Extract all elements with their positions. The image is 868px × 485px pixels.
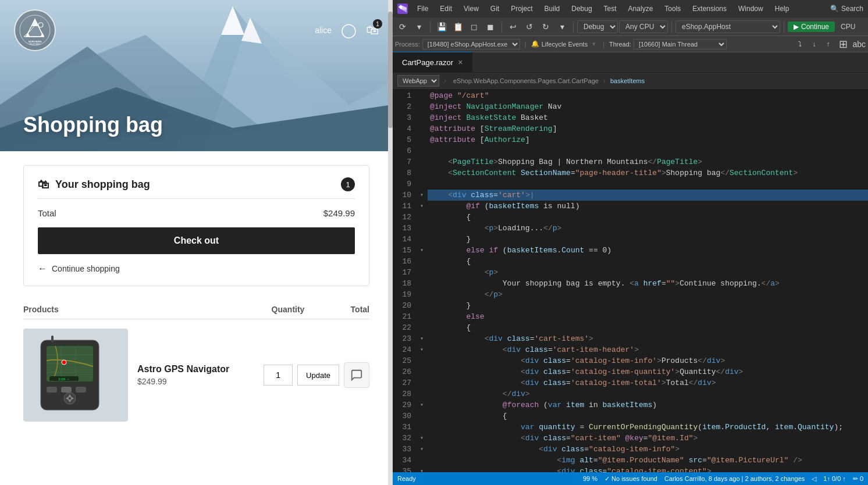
continue-label: Continue: [801, 23, 829, 31]
comment-button[interactable]: [344, 362, 369, 388]
code-line-19: </p>: [428, 289, 868, 300]
scroll-thumb[interactable]: [388, 12, 393, 128]
lifecycle-text[interactable]: Lifecycle Events: [542, 41, 588, 48]
vs-statusbar: Ready 99 % ✓ No issues found Carlos Carr…: [393, 472, 868, 485]
code-line-8: <SectionContent SectionName="page-header…: [428, 167, 868, 179]
check-icon: ✓: [604, 475, 610, 482]
menu-debug[interactable]: Debug: [567, 3, 596, 14]
process-dropdown[interactable]: [18480] eShop.AppHost.exe: [422, 39, 520, 49]
step-out-btn[interactable]: ↑: [821, 38, 834, 51]
statusbar-left: Ready: [397, 475, 416, 482]
search-icon: 🔍: [830, 5, 839, 13]
code-line-2: @inject NavigationManager Nav: [428, 101, 868, 112]
code-line-30: {: [428, 411, 868, 422]
abc-icon[interactable]: abc: [852, 40, 866, 49]
col-header-products: Products: [23, 305, 253, 314]
tab-cartpage[interactable]: CartPage.razor ×: [393, 52, 472, 72]
product-row: 2:00 → Astro GPS Naviga: [23, 329, 369, 422]
code-line-26: <div class='catalog-item-quantity'>Quant…: [428, 366, 868, 377]
vscode-logo: [397, 3, 408, 14]
thread-dropdown[interactable]: [10660] Main Thread: [634, 39, 727, 49]
user-profile-icon[interactable]: ◯: [341, 22, 357, 38]
code-line-9: [428, 179, 868, 190]
update-button[interactable]: Update: [297, 365, 339, 386]
vscode-panel: File Edit View Git Project Build Debug T…: [393, 0, 868, 485]
continue-shopping-link[interactable]: ← Continue shopping: [38, 263, 355, 274]
app-host-dropdown[interactable]: eShop.AppHost: [675, 20, 780, 33]
menu-analyze[interactable]: Analyze: [624, 3, 658, 14]
sep1: [430, 21, 431, 33]
step-over-btn[interactable]: ⤵: [794, 38, 806, 51]
process-label: Process:: [395, 41, 420, 48]
toolbar-undo[interactable]: ↩: [506, 19, 521, 34]
toolbar-btn-4[interactable]: ◻: [467, 19, 482, 34]
play-icon: ▶: [794, 23, 799, 31]
code-line-33: <div class="catalog-item-info">: [428, 444, 868, 455]
cart-box: 🛍 Your shopping bag 1 Total $249.99 Chec…: [23, 165, 369, 286]
toolbar-redo3[interactable]: ▾: [554, 19, 570, 34]
menu-window[interactable]: Window: [734, 3, 768, 14]
checkout-button[interactable]: Check out: [38, 227, 355, 254]
nav-right: alice ◯ 🛍 1: [315, 22, 379, 38]
shopping-cart-nav-icon[interactable]: 🛍 1: [366, 23, 379, 38]
toolbar-btn-3[interactable]: 📋: [450, 19, 465, 34]
product-price: $249.99: [137, 377, 254, 386]
menu-tools[interactable]: Tools: [660, 3, 685, 14]
code-line-3: @inject BasketState Basket: [428, 112, 868, 123]
toolbar-btn-2[interactable]: ▾: [411, 19, 426, 34]
svg-text:2:00 →: 2:00 →: [58, 377, 69, 381]
shopping-bag-icon: 🛍: [38, 178, 49, 191]
code-line-24: <div class='cart-item-header'>: [428, 344, 868, 355]
menu-view[interactable]: View: [459, 3, 483, 14]
logo-area: NORTHERN MOUNTAINS: [14, 9, 56, 51]
toolbar-btn-5[interactable]: ◼: [483, 19, 498, 34]
tab-close-btn[interactable]: ×: [458, 58, 463, 67]
toolbar-save[interactable]: 💾: [434, 19, 449, 34]
search-label: Search: [841, 5, 863, 13]
toolbar-redo2[interactable]: ↻: [538, 19, 553, 34]
cpu-dropdown[interactable]: Any CPU: [619, 20, 668, 33]
cart-badge: 1: [373, 19, 382, 28]
page-scrollbar[interactable]: [388, 0, 393, 485]
search-bar[interactable]: 🔍 Search: [830, 5, 863, 13]
code-line-14: }: [428, 234, 868, 245]
code-line-13: <p>Loading...</p>: [428, 223, 868, 234]
col-header-total: Total: [323, 305, 369, 314]
menu-file[interactable]: File: [412, 3, 433, 14]
menu-edit[interactable]: Edit: [435, 3, 457, 14]
step-into-btn[interactable]: ↓: [807, 38, 820, 51]
cart-box-header: 🛍 Your shopping bag 1: [38, 177, 355, 199]
issues-status: ✓ No issues found: [604, 475, 657, 483]
toolbar-btn-1[interactable]: ⟳: [395, 19, 410, 34]
ready-label: Ready: [397, 475, 416, 482]
quantity-input[interactable]: [264, 365, 293, 386]
code-line-35: <div class="catalog-item-content">: [428, 466, 868, 472]
code-line-4: @attribute [StreamRendering]: [428, 123, 868, 134]
code-line-27: <div class='catalog-item-total'>Total</d…: [428, 377, 868, 388]
git-author-info: Carlos Carrillo, 8 days ago | 2 authors,…: [664, 475, 805, 482]
code-line-20: }: [428, 300, 868, 311]
gutter: ▾ ▾ ▾ ▾ ▾ ▾ ▾ ▾ ▾: [416, 89, 428, 472]
svg-rect-31: [61, 387, 72, 393]
menu-help[interactable]: Help: [770, 3, 794, 14]
tab-filename: CartPage.razor: [402, 58, 453, 67]
hero-section: NORTHERN MOUNTAINS alice ◯ 🛍 1 Shopping …: [0, 0, 393, 151]
vscode-titlebar: File Edit View Git Project Build Debug T…: [393, 0, 868, 17]
vs-editor: 12345 678910 1112131415 1617181920 21222…: [393, 89, 868, 472]
continue-debug-button[interactable]: ▶ Continue: [788, 22, 835, 32]
menu-test[interactable]: Test: [599, 3, 621, 14]
debug-config-dropdown[interactable]: Debug: [577, 20, 618, 33]
product-info: Astro GPS Navigator $249.99: [137, 364, 254, 386]
logo-circle: NORTHERN MOUNTAINS: [14, 9, 56, 51]
project-dropdown[interactable]: WebApp: [397, 75, 439, 87]
menu-project[interactable]: Project: [506, 3, 537, 14]
code-line-12: {: [428, 212, 868, 223]
menu-git[interactable]: Git: [486, 3, 504, 14]
debug-extra-icon[interactable]: ⊞: [839, 38, 848, 51]
back-arrow-icon: ←: [38, 263, 47, 274]
menu-extensions[interactable]: Extensions: [688, 3, 731, 14]
menu-build[interactable]: Build: [540, 3, 565, 14]
code-area[interactable]: @page "/cart" @inject NavigationManager …: [428, 89, 868, 472]
position-info: 1↑ 0/0 ↑: [823, 475, 846, 482]
toolbar-redo[interactable]: ↺: [522, 19, 537, 34]
